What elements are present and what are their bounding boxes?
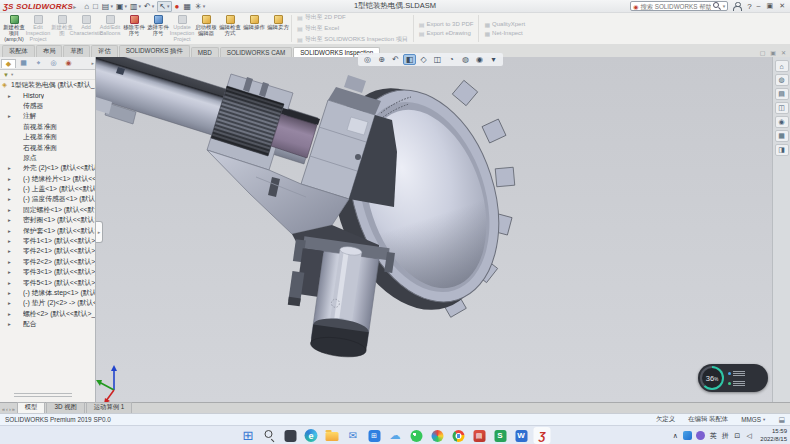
tray-expand-icon[interactable]: ∧ xyxy=(671,432,679,440)
tree-root-item[interactable]: ◈ 1型铠装热电偶 (默认<默认_显示状态-1>) xyxy=(0,80,95,90)
print-icon[interactable]: ▥▾ xyxy=(130,2,141,11)
doc-maximize-button[interactable]: ▣ xyxy=(770,49,776,56)
expand-arrow-icon[interactable]: ▸ xyxy=(8,228,14,234)
previous-view-icon[interactable]: ↶ xyxy=(389,54,402,65)
taskbar-clock[interactable]: 15:59 2022/8/15 xyxy=(760,428,787,444)
tray-app-blue-icon[interactable] xyxy=(683,431,692,440)
tray-display-icon[interactable]: ⊡ xyxy=(733,432,741,440)
recorder-row-2[interactable] xyxy=(728,379,745,387)
search-icon[interactable] xyxy=(713,2,721,10)
taskbar-app-dark-icon[interactable] xyxy=(282,427,299,444)
configuration-manager-tab[interactable]: ⌖ xyxy=(31,59,46,67)
hide-show-items-icon[interactable]: ◍ xyxy=(459,54,472,65)
export-button[interactable]: ▦QualityXpert xyxy=(484,21,525,28)
unit-system-selector[interactable]: MMGS▾ xyxy=(741,416,765,423)
select-icon[interactable]: ↖▾ xyxy=(157,1,171,12)
tree-item[interactable]: ▸ (-) 绝缘栓片<1> (默认<<默认>_显示 xyxy=(0,174,95,184)
export-button[interactable]: ▤Export eDrawing xyxy=(419,30,474,37)
tree-resize-handle[interactable] xyxy=(14,391,72,399)
taskbar-green-app-icon[interactable] xyxy=(408,427,425,444)
doc-tab-nav-arrow[interactable]: › xyxy=(9,406,11,412)
ribbon-button[interactable]: 编辑操作 xyxy=(242,13,266,44)
open-icon[interactable]: ▤▾ xyxy=(102,2,113,11)
expand-arrow-icon[interactable]: ▸ xyxy=(8,269,14,275)
tray-language-indicator[interactable]: 英 xyxy=(709,431,717,441)
taskbar-store-icon[interactable]: ⊞ xyxy=(366,427,383,444)
display-style-icon[interactable]: ◔ xyxy=(445,54,458,65)
ribbon-button[interactable]: Add Characteristic xyxy=(74,13,98,44)
taskbar-file-explorer-icon[interactable] xyxy=(324,427,341,444)
expand-arrow-icon[interactable]: ▸ xyxy=(8,321,14,327)
ribbon-tab[interactable]: 草图 xyxy=(63,45,90,57)
recorder-row-1[interactable] xyxy=(728,369,745,377)
ribbon-button[interactable]: 编辑检查方式 xyxy=(218,13,242,44)
ribbon-tab[interactable]: 评估 xyxy=(91,45,118,57)
panel-flyout-handle[interactable]: ▸ xyxy=(96,221,103,243)
taskbar-solidworks-icon[interactable]: Ʒ xyxy=(534,427,551,444)
tree-item[interactable]: 原点 xyxy=(0,153,95,163)
expand-arrow-icon[interactable]: ▸ xyxy=(8,186,14,192)
expand-arrow-icon[interactable]: ▸ xyxy=(8,259,14,265)
export-button[interactable]: ▤导出至 2D PDF xyxy=(297,13,408,22)
tree-item[interactable]: ▸ (-) 垫片 (2)<2> -> (默认<<默认>_ xyxy=(0,298,95,308)
export-button[interactable]: ▤导出至 SOLIDWORKS Inspection 项目 xyxy=(297,35,408,44)
ribbon-tab[interactable]: SOLIDWORKS CAM xyxy=(220,47,292,57)
zoom-to-fit-icon[interactable]: ◎ xyxy=(361,54,374,65)
file-explorer-icon[interactable]: ▤ xyxy=(775,88,789,100)
options-icon[interactable]: ✳▾ xyxy=(195,2,205,11)
ribbon-button[interactable]: 选择零件序号 xyxy=(146,13,170,44)
help-button[interactable]: ? xyxy=(747,2,751,11)
maximize-button[interactable]: ▣ xyxy=(767,2,774,10)
ribbon-tab[interactable]: MBD xyxy=(191,47,219,57)
tree-item[interactable]: ▸ (-) 上盖<1> (默认<<默认>_显示状态 xyxy=(0,184,95,194)
new-document-icon[interactable]: □ xyxy=(93,2,99,11)
taskbar-word-icon[interactable]: W xyxy=(513,427,530,444)
taskbar-cloud-icon[interactable]: ☁ xyxy=(387,427,404,444)
save-icon[interactable]: ▣▾ xyxy=(116,2,127,11)
expand-arrow-icon[interactable]: ▸ xyxy=(8,311,14,317)
ribbon-tab[interactable]: 装配体 xyxy=(2,45,35,57)
expand-arrow-icon[interactable]: ▸ xyxy=(8,248,14,254)
taskbar-dictionary-icon[interactable]: ▤ xyxy=(471,427,488,444)
doc-tab[interactable]: 模型 xyxy=(17,402,46,413)
doc-tab-nav-arrow[interactable]: » xyxy=(12,406,15,412)
doc-tab-nav-arrow[interactable]: ‹ xyxy=(6,406,8,412)
display-manager-tab[interactable]: ◉ xyxy=(61,59,76,67)
property-manager-tab[interactable]: ▦ xyxy=(16,59,31,67)
expand-arrow-icon[interactable]: ▸ xyxy=(8,176,14,182)
tree-item[interactable]: ▸ 密封圈<1> (默认<<默认>_显示状态 xyxy=(0,215,95,225)
doc-tab[interactable]: 运动算例 1 xyxy=(86,402,132,413)
recorder-widget[interactable]: 36% xyxy=(698,364,768,392)
ribbon-button[interactable]: Edit Inspection Project xyxy=(26,13,50,44)
tree-item[interactable]: ▸ 零件2<1> (默认<<默认>_显示状态 xyxy=(0,246,95,256)
3d-viewport[interactable]: ◎⊕↶◧◇◫◔◍◉▾ ▸ 36% xyxy=(96,57,772,402)
edit-appearance-icon[interactable]: ◉ xyxy=(473,54,486,65)
expand-arrow-icon[interactable]: ▸ xyxy=(8,290,14,296)
home-icon[interactable]: ⌂ xyxy=(84,2,90,11)
annotation-views-icon[interactable]: ◇ xyxy=(417,54,430,65)
ribbon-button[interactable]: 新建检查项目 (amp;N) xyxy=(2,13,26,44)
taskbar-wps-icon[interactable]: S xyxy=(492,427,509,444)
taskbar-mail-icon[interactable]: ✉ xyxy=(345,427,362,444)
ribbon-button[interactable]: 移除零件序号 xyxy=(122,13,146,44)
expand-arrow-icon[interactable]: ▸ xyxy=(8,238,14,244)
tree-item[interactable]: ▸ 零件5<1> (默认<<默认>_显示状态 xyxy=(0,277,95,287)
tree-item[interactable]: ▸ 螺栓<2> (默认<<默认>_显示状态 xyxy=(0,309,95,319)
doc-tab-nav-arrow[interactable]: « xyxy=(2,406,5,412)
close-button[interactable]: ✕ xyxy=(779,2,785,10)
search-input[interactable] xyxy=(640,3,710,10)
appearances-icon[interactable]: ◉ xyxy=(775,116,789,128)
search-dropdown-icon[interactable]: ▾ xyxy=(723,3,726,9)
logo-flyout-arrow[interactable]: ▸ xyxy=(73,3,76,10)
export-button[interactable]: ▤Export to 3D PDF xyxy=(419,21,474,28)
tree-item[interactable]: ▸ 配合 xyxy=(0,319,95,329)
taskbar-chrome-icon[interactable] xyxy=(450,427,467,444)
taskbar-search-button[interactable] xyxy=(261,427,278,444)
zoom-to-area-icon[interactable]: ⊕ xyxy=(375,54,388,65)
view-orientation-icon[interactable]: ◫ xyxy=(431,54,444,65)
taskbar-edge-icon[interactable]: e xyxy=(303,427,320,444)
export-button[interactable]: ▤导出至 Excel xyxy=(297,24,408,33)
tree-item[interactable]: 前视基准面 xyxy=(0,122,95,132)
expand-arrow-icon[interactable]: ▸ xyxy=(8,207,14,213)
manager-tabs-overflow-icon[interactable]: ▸ xyxy=(91,60,94,66)
